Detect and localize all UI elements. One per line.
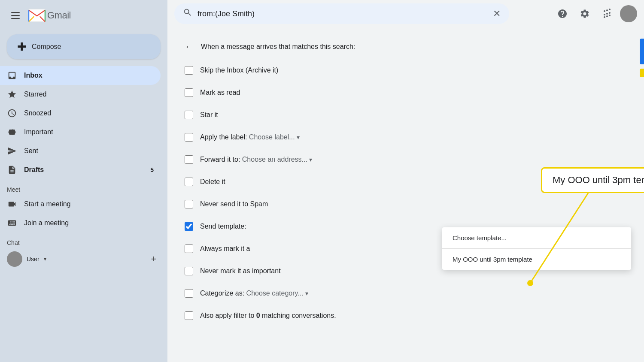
ooo-template-label: My OOO until 3pm template — [453, 256, 532, 263]
choose-label-dropdown[interactable]: Choose label... ▾ — [249, 133, 300, 141]
important-icon — [7, 127, 17, 137]
starred-label: Starred — [24, 90, 46, 98]
mark-read-label: Mark as read — [200, 89, 627, 97]
inbox-icon — [7, 70, 17, 81]
choose-template-label: Choose template... — [453, 234, 507, 241]
star-icon — [7, 89, 17, 100]
apps-button[interactable] — [598, 4, 617, 23]
gmail-logo-icon — [28, 7, 46, 24]
meet-section-label: Meet — [0, 179, 167, 195]
drafts-label: Drafts — [24, 166, 44, 174]
choose-address-chevron: ▾ — [309, 156, 312, 163]
topbar-icons — [553, 4, 637, 23]
drafts-icon — [7, 165, 17, 175]
sidebar: Compose Gmail ✚ Compose Inbox Starred Sn… — [0, 0, 167, 362]
apply-label-checkbox[interactable] — [185, 133, 193, 142]
sidebar-item-sent[interactable]: Sent — [0, 142, 161, 160]
search-input[interactable] — [197, 9, 488, 18]
filter-header: When a message arrives that matches this… — [201, 43, 627, 51]
chat-section-label: Chat — [0, 232, 167, 248]
chat-dropdown-arrow[interactable]: ▾ — [44, 256, 46, 262]
user-avatar[interactable] — [620, 5, 637, 22]
sidebar-item-inbox[interactable]: Inbox — [0, 66, 161, 85]
always-mark-checkbox[interactable] — [185, 244, 193, 253]
gmail-logo: Compose Gmail — [28, 7, 71, 24]
chat-user-name: User — [27, 256, 39, 262]
main-content: ✕ ← When a message arrives that matches … — [167, 0, 644, 362]
filter-row-categorize: Categorize as: Choose category... ▾ — [185, 282, 627, 305]
send-template-checkbox[interactable] — [185, 222, 193, 231]
sidebar-header: Compose Gmail — [0, 3, 167, 31]
also-apply-label: Also apply filter to 0 matching conversa… — [200, 312, 627, 320]
video-icon — [7, 199, 17, 209]
join-meeting-label: Join a meeting — [24, 219, 69, 227]
compose-label: Compose — [32, 43, 61, 51]
filter-row-also-apply: Also apply filter to 0 matching conversa… — [185, 305, 627, 327]
compose-plus-icon: ✚ — [17, 41, 27, 52]
sidebar-item-join-meeting[interactable]: Join a meeting — [0, 214, 161, 232]
search-bar: ✕ — [174, 3, 509, 24]
sidebar-item-important[interactable]: Important — [0, 123, 161, 142]
help-button[interactable] — [553, 4, 572, 23]
choose-address-dropdown[interactable]: Choose an address... ▾ — [242, 156, 312, 163]
snoozed-icon — [7, 108, 17, 118]
sidebar-item-starred[interactable]: Starred — [0, 85, 161, 104]
drafts-badge: 5 — [150, 166, 154, 173]
gmail-wordmark: Gmail — [47, 10, 71, 21]
star-it-label: Star it — [200, 111, 627, 119]
start-meeting-label: Start a meeting — [24, 200, 71, 208]
filter-row-mark-read: Mark as read — [185, 81, 627, 104]
sidebar-item-snoozed[interactable]: Snoozed — [0, 104, 161, 123]
forward-label-text: Forward it to: Choose an address... ▾ — [200, 156, 627, 163]
filter-area: ← When a message arrives that matches th… — [167, 27, 644, 362]
topbar: ✕ — [167, 0, 644, 27]
filter-back-row: ← When a message arrives that matches th… — [185, 38, 627, 59]
never-spam-checkbox[interactable] — [185, 200, 193, 208]
snoozed-label: Snoozed — [24, 109, 51, 117]
never-spam-label: Never send it to Spam — [200, 200, 627, 208]
sidebar-item-drafts[interactable]: Drafts 5 — [0, 160, 161, 179]
also-apply-checkbox[interactable] — [185, 311, 193, 320]
search-clear-button[interactable]: ✕ — [493, 8, 501, 19]
mark-read-checkbox[interactable] — [185, 88, 193, 97]
filter-row-star-it: Star it — [185, 104, 627, 126]
back-button[interactable]: ← — [185, 41, 194, 52]
choose-category-chevron: ▾ — [305, 290, 308, 297]
inbox-label: Inbox — [24, 72, 43, 79]
important-label: Important — [24, 128, 53, 136]
template-dropdown: Choose template... My OOO until 3pm temp… — [442, 227, 631, 270]
delete-checkbox[interactable] — [185, 178, 193, 186]
choose-label-chevron: ▾ — [297, 134, 300, 141]
categorize-label-text: Categorize as: Choose category... ▾ — [200, 290, 627, 297]
settings-button[interactable] — [575, 4, 594, 23]
chat-user-row: User ▾ + — [7, 251, 161, 267]
hamburger-menu-button[interactable] — [7, 7, 24, 24]
categorize-checkbox[interactable] — [185, 289, 193, 298]
filter-row-never-spam: Never send it to Spam — [185, 193, 627, 215]
filter-row-skip-inbox: Skip the Inbox (Archive it) — [185, 59, 627, 81]
forward-checkbox[interactable] — [185, 155, 193, 164]
apply-label-text: Apply the label: Choose label... ▾ — [200, 133, 627, 141]
chat-add-button[interactable]: + — [147, 252, 161, 266]
compose-button[interactable]: ✚ Compose — [7, 34, 161, 59]
callout-annotation: My OOO until 3pm template — [541, 167, 644, 193]
star-it-checkbox[interactable] — [185, 111, 193, 119]
sent-label: Sent — [24, 147, 38, 155]
filter-row-apply-label: Apply the label: Choose label... ▾ — [185, 126, 627, 148]
dropdown-item-choose-template[interactable]: Choose template... — [442, 227, 631, 248]
right-accent-yellow — [640, 69, 644, 77]
keyboard-icon — [7, 218, 17, 228]
chat-section: User ▾ + — [0, 248, 167, 270]
skip-inbox-label: Skip the Inbox (Archive it) — [200, 66, 627, 74]
callout-text: My OOO until 3pm template — [553, 175, 644, 185]
choose-category-dropdown[interactable]: Choose category... ▾ — [246, 290, 308, 297]
search-icon — [183, 8, 192, 20]
sent-icon — [7, 146, 17, 156]
right-accent-blue — [640, 39, 644, 64]
dropdown-item-ooo-template[interactable]: My OOO until 3pm template — [442, 249, 631, 270]
skip-inbox-checkbox[interactable] — [185, 66, 193, 75]
chat-avatar — [7, 251, 22, 267]
never-mark-checkbox[interactable] — [185, 267, 193, 275]
sidebar-item-start-meeting[interactable]: Start a meeting — [0, 195, 161, 214]
